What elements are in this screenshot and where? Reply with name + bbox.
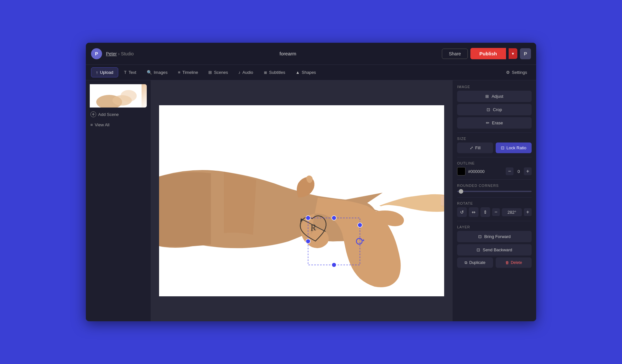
bring-forward-icon: ⊡: [478, 234, 482, 239]
outline-decrease-button[interactable]: −: [506, 167, 513, 175]
layer-section: LAYER ⊡ Bring Forward ⊡ Send Backward ⧉ …: [457, 225, 532, 268]
canvas-area[interactable]: R: [151, 80, 453, 321]
rotate-section: ROTATE ↺ ⇔ ⇕ − 282° +: [457, 201, 532, 217]
settings-label: Settings: [512, 70, 527, 75]
svg-point-10: [358, 223, 362, 227]
images-label: Images: [154, 70, 168, 75]
duplicate-button[interactable]: ⧉ Duplicate: [457, 257, 493, 268]
flip-h-icon: ⇔: [472, 210, 476, 215]
user-menu-button[interactable]: P: [520, 48, 531, 59]
images-button[interactable]: 🔍 Images: [142, 68, 172, 77]
crop-label: Crop: [493, 107, 502, 112]
rounded-corners-slider-track: [457, 191, 532, 192]
view-all-button[interactable]: ≡ View All: [90, 121, 147, 129]
add-scene-icon: +: [90, 111, 96, 117]
top-actions: Share Publish ▾ P: [442, 48, 531, 59]
lock-ratio-label: Lock Ratio: [506, 145, 526, 150]
settings-icon: ⚙: [506, 70, 510, 75]
adjust-label: Adjust: [491, 94, 503, 99]
adjust-button[interactable]: ⊞ Adjust: [457, 91, 532, 102]
subtitles-label: Subtitles: [269, 70, 285, 75]
right-panel: IMAGE ⊞ Adjust ⊡ Crop ✏ Erase: [453, 80, 536, 321]
timeline-button[interactable]: ≡ Timeline: [173, 68, 202, 77]
size-section: SIZE ⤢ Fill ⊡ Lock Ratio: [457, 137, 532, 153]
share-button[interactable]: Share: [442, 49, 467, 59]
fill-icon: ⤢: [470, 145, 473, 150]
scene-thumbnail[interactable]: [90, 84, 147, 108]
rotate-increase-button[interactable]: +: [524, 208, 532, 216]
breadcrumb-studio: Studio: [121, 51, 134, 56]
text-label: Text: [129, 70, 136, 75]
upload-button[interactable]: ↑ Upload: [91, 67, 118, 77]
rounded-corners-slider-thumb[interactable]: [459, 189, 463, 194]
scenes-icon: ⊞: [208, 70, 212, 75]
flip-horizontal-button[interactable]: ⇔: [469, 207, 478, 217]
audio-button[interactable]: ♪ Audio: [234, 68, 258, 77]
audio-icon: ♪: [238, 70, 241, 75]
shapes-icon: ▲: [295, 70, 300, 75]
rotate-value: 282°: [502, 208, 522, 216]
layer-section-label: LAYER: [457, 225, 532, 229]
divider-3: [457, 179, 532, 180]
breadcrumb-separator: ›: [118, 51, 120, 56]
fill-label: Fill: [475, 145, 481, 150]
divider-5: [457, 221, 532, 221]
settings-button[interactable]: ⚙ Settings: [502, 68, 531, 77]
upload-label: Upload: [100, 70, 113, 75]
chevron-down-icon: ▾: [512, 51, 514, 56]
rotate-controls: ↺ ⇔ ⇕ − 282° +: [457, 207, 532, 217]
subtitles-icon: ≣: [264, 70, 267, 75]
delete-icon: 🗑: [505, 260, 509, 265]
rotate-section-label: ROTATE: [457, 201, 532, 205]
publish-button[interactable]: Publish: [470, 48, 506, 59]
left-panel: ≡ ⧉ 🗑: [86, 80, 151, 321]
top-bar: P Peter › Studio forearm Share Publish ▾…: [86, 43, 536, 65]
image-section-label: IMAGE: [457, 85, 532, 89]
text-icon: T: [124, 70, 127, 75]
fill-button[interactable]: ⤢ Fill: [457, 142, 493, 153]
publish-dropdown-button[interactable]: ▾: [509, 48, 517, 59]
duplicate-icon: ⧉: [465, 260, 467, 265]
document-title: forearm: [138, 51, 438, 56]
delete-button[interactable]: 🗑 Delete: [496, 257, 532, 268]
audio-label: Audio: [242, 70, 253, 75]
rotate-ccw-button[interactable]: ↺: [457, 207, 467, 217]
erase-button[interactable]: ✏ Erase: [457, 117, 532, 129]
delete-label: Delete: [511, 260, 522, 265]
subtitles-button[interactable]: ≣ Subtitles: [259, 68, 290, 77]
send-backward-button[interactable]: ⊡ Send Backward: [457, 244, 532, 256]
text-button[interactable]: T Text: [120, 68, 141, 77]
scenes-button[interactable]: ⊞ Scenes: [204, 68, 232, 77]
add-scene-label: Add Scene: [98, 112, 119, 117]
rotate-decrease-button[interactable]: −: [492, 208, 500, 216]
flip-vertical-button[interactable]: ⇕: [480, 207, 490, 217]
size-buttons-row: ⤢ Fill ⊡ Lock Ratio: [457, 142, 532, 153]
outline-section-label: OUTLINE: [457, 161, 532, 165]
crop-button[interactable]: ⊡ Crop: [457, 104, 532, 115]
scenes-label: Scenes: [214, 70, 228, 75]
divider-2: [457, 157, 532, 157]
breadcrumb: Peter › Studio: [106, 51, 134, 56]
send-backward-icon: ⊡: [477, 247, 480, 252]
erase-label: Erase: [492, 120, 503, 125]
outline-color-swatch[interactable]: [457, 167, 466, 176]
send-backward-label: Send Backward: [483, 247, 512, 252]
shapes-label: Shapes: [302, 70, 316, 75]
outline-color-hex: #000000: [468, 169, 503, 174]
lock-ratio-button[interactable]: ⊡ Lock Ratio: [496, 142, 532, 153]
add-scene-button[interactable]: + Add Scene: [90, 110, 147, 119]
outline-controls: #000000 − 0 +: [457, 167, 532, 176]
outline-increase-button[interactable]: +: [524, 167, 532, 175]
bring-forward-label: Bring Forward: [484, 234, 511, 239]
rounded-corners-section: ROUNDED CORNERS: [457, 184, 532, 193]
canvas[interactable]: R: [159, 105, 444, 296]
shapes-button[interactable]: ▲ Shapes: [291, 68, 320, 77]
adjust-icon: ⊞: [485, 94, 489, 99]
user-avatar: P: [91, 48, 102, 59]
svg-point-12: [332, 263, 336, 267]
bring-forward-button[interactable]: ⊡ Bring Forward: [457, 231, 532, 242]
breadcrumb-user-link[interactable]: Peter: [106, 51, 117, 56]
divider-1: [457, 132, 532, 133]
timeline-label: Timeline: [182, 70, 198, 75]
flip-v-icon: ⇕: [483, 210, 487, 215]
